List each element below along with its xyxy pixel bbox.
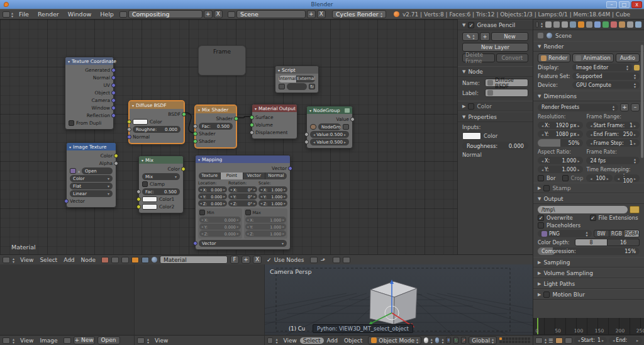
texture-nodes-icon[interactable] <box>121 257 129 263</box>
parent-node-tree-icon[interactable]: ⬏ <box>320 257 325 263</box>
object-shader-icon[interactable] <box>131 257 139 263</box>
value-field[interactable]: X:0.000 <box>199 217 241 223</box>
gp-draw-mode-dropdown[interactable]: ✎▴▾ <box>462 32 479 41</box>
stamp-checkbox[interactable] <box>543 185 550 191</box>
new-material-button[interactable]: + <box>242 256 250 264</box>
uv-output-socket[interactable] <box>111 83 116 88</box>
gp-add-button[interactable]: + <box>480 32 490 41</box>
physics-tab[interactable] <box>635 21 641 28</box>
menu-node[interactable]: Node <box>78 257 99 263</box>
scene-selector[interactable]: Scene <box>236 10 306 18</box>
value-field[interactable]: Y:1.000 <box>245 223 287 230</box>
value-field[interactable]: Z:0° <box>228 200 257 206</box>
shader-input-socket[interactable] <box>193 139 197 144</box>
volume-sampling-panel-header[interactable]: ▶Volume Sampling <box>533 268 644 278</box>
edit-group-icon[interactable] <box>343 124 349 130</box>
layer-toggle[interactable] <box>512 341 514 343</box>
color-input-socket[interactable] <box>127 120 131 124</box>
placeholders-checkbox[interactable] <box>538 222 544 229</box>
maximize-button[interactable]: □ <box>619 1 630 8</box>
clip-editor[interactable]: ▴▾ View <box>134 264 264 345</box>
color-output-socket[interactable] <box>181 167 186 171</box>
render-panel-header[interactable]: ▼Render <box>533 41 644 52</box>
value-field[interactable]: X:0.000 <box>198 186 227 193</box>
world-tab[interactable] <box>570 21 576 28</box>
layer-toggle[interactable] <box>528 337 530 340</box>
value-field[interactable]: Z:1.000 <box>258 200 287 206</box>
scrollbar[interactable] <box>641 45 643 158</box>
vector-dropdown[interactable]: Vector▾ <box>199 240 287 247</box>
sampling-panel-header[interactable]: ▶Sampling <box>533 257 644 268</box>
node-name-field[interactable]: Diffuse BSDF <box>485 79 528 87</box>
object-data-tab[interactable] <box>602 21 609 28</box>
color1-input-socket[interactable] <box>136 197 141 201</box>
shader-nodes-icon[interactable] <box>101 257 109 263</box>
add-layout-button[interactable]: + <box>204 10 213 18</box>
color-output-socket[interactable] <box>114 154 118 158</box>
node-header[interactable]: ▾Mix Shader <box>196 106 236 113</box>
layer-toggle[interactable] <box>525 337 527 340</box>
menu-object[interactable]: Object <box>341 337 365 344</box>
animation-button[interactable]: Animation <box>572 54 613 62</box>
value-output-socket[interactable] <box>350 117 355 122</box>
render-engine-selector[interactable]: Cycles Render ▴▾ <box>332 10 386 18</box>
max-checkbox[interactable] <box>245 210 251 215</box>
menu-view[interactable]: View <box>280 337 299 344</box>
window-output-socket[interactable] <box>111 106 116 110</box>
remap-new-field[interactable]: : 100 <box>614 174 640 182</box>
layer-toggle[interactable] <box>502 341 505 343</box>
flat-dropdown[interactable]: Flat▾ <box>70 183 113 189</box>
material-name-field[interactable]: Material <box>160 256 228 264</box>
menu-window[interactable]: Window <box>64 11 96 18</box>
compositing-nodes-icon[interactable] <box>111 257 119 263</box>
fac--input-socket[interactable] <box>193 124 197 128</box>
layers-widget[interactable] <box>499 337 530 343</box>
minimize-button[interactable]: – <box>606 1 617 8</box>
color2-input-socket[interactable] <box>136 205 141 209</box>
menu-render[interactable]: Render <box>33 11 64 18</box>
node-header[interactable]: ▾Script <box>275 66 318 74</box>
value--input-socket[interactable] <box>304 132 309 137</box>
border-checkbox[interactable] <box>538 175 544 181</box>
reflection-output-socket[interactable] <box>111 113 116 118</box>
bsdf-output-socket[interactable] <box>182 112 186 116</box>
layer-toggle[interactable] <box>518 337 521 340</box>
close-button[interactable]: x <box>631 1 642 8</box>
object-output-socket[interactable] <box>111 91 116 95</box>
color-dropdown[interactable]: Color▾ <box>70 175 113 182</box>
render-button[interactable]: Render <box>538 54 570 62</box>
gp-new-layer-button[interactable]: New Layer <box>462 43 528 52</box>
image-editor[interactable]: ▴▾ ViewImage + New Open <box>0 264 134 345</box>
pin-icon[interactable] <box>310 257 318 263</box>
generated-output-socket[interactable] <box>111 68 116 72</box>
resolution-y-field[interactable]: Y:1080 px <box>538 130 583 138</box>
output-path-field[interactable]: /tmp\ <box>538 206 628 213</box>
overwrite-checkbox[interactable]: ✓ <box>538 215 544 221</box>
file-format-selector[interactable]: PNG▴▾ <box>538 230 592 237</box>
normal-input-socket[interactable] <box>127 135 131 139</box>
compression-slider[interactable]: Compression:15% <box>538 247 640 255</box>
remap-old-field[interactable]: 100 <box>586 174 612 182</box>
menu-select[interactable]: Select <box>300 337 324 344</box>
linear-dropdown[interactable]: Linear▾ <box>70 190 113 197</box>
vector-toggle[interactable]: Vector <box>243 172 265 179</box>
depth-16-toggle[interactable]: 16 <box>608 239 640 246</box>
volume-input-socket[interactable] <box>250 123 254 127</box>
color-panel-header[interactable]: ▶ Color <box>458 101 533 111</box>
frame-node[interactable]: Frame <box>198 45 246 76</box>
timeline-ruler[interactable]: 050100150200250 <box>533 318 644 335</box>
editor-type-icon[interactable] <box>536 21 538 28</box>
crop-checkbox[interactable] <box>562 175 569 181</box>
pin-icon[interactable] <box>538 33 543 38</box>
layer-toggle[interactable] <box>515 341 518 343</box>
layer-toggle[interactable] <box>502 337 505 340</box>
refresh-icon[interactable]: ↻ <box>309 84 315 89</box>
layer-toggle[interactable] <box>499 341 502 343</box>
snap-target-icon[interactable] <box>343 257 350 263</box>
use-nodes-check-icon[interactable]: ✓ <box>267 257 272 263</box>
mix-dropdown[interactable]: Mix▾ <box>142 173 180 180</box>
clamp-checkbox[interactable] <box>142 181 148 187</box>
depth-8-toggle[interactable]: 8 <box>575 239 608 246</box>
screen-layout-icon[interactable] <box>119 11 127 18</box>
layer-toggle[interactable] <box>518 341 521 343</box>
